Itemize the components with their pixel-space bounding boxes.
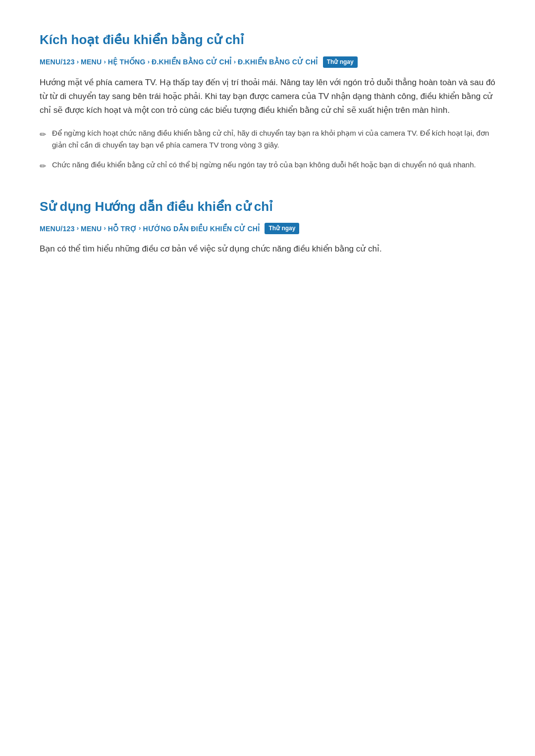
section-1-title: Kích hoạt điều khiển bằng cử chỉ bbox=[40, 30, 495, 50]
section-1: Kích hoạt điều khiển bằng cử chỉ MENU/12… bbox=[40, 30, 495, 173]
breadcrumb-sep-2: › bbox=[148, 57, 150, 67]
breadcrumb-2: MENU/123 › MENU › Hỗ trợ › Hướng dẫn điề… bbox=[40, 223, 495, 234]
breadcrumb2-sep-0: › bbox=[77, 223, 79, 234]
breadcrumb-item-2: Hệ thống bbox=[108, 56, 146, 67]
breadcrumb-sep-0: › bbox=[77, 57, 79, 67]
breadcrumb-item-4: Đ.khiển bằng cử chỉ bbox=[238, 56, 318, 67]
bullet-text-2: Chức năng điều khiển bằng cử chỉ có thể … bbox=[52, 159, 476, 171]
try-now-badge-1[interactable]: Thử ngay bbox=[323, 56, 358, 68]
breadcrumb-sep-1: › bbox=[104, 57, 106, 67]
pencil-icon-2: ✏ bbox=[40, 160, 46, 173]
breadcrumb-item-3: Đ.khiển bằng cử chỉ bbox=[152, 56, 232, 67]
breadcrumb-item-0: MENU/123 bbox=[40, 56, 75, 67]
bullet-item-1: ✏ Để ngừng kích hoạt chức năng điều khiể… bbox=[40, 127, 495, 151]
section-2: Sử dụng Hướng dẫn điều khiển cử chỉ MENU… bbox=[40, 197, 495, 256]
breadcrumb-1: MENU/123 › MENU › Hệ thống › Đ.khiển bằn… bbox=[40, 56, 495, 68]
breadcrumb-sep-3: › bbox=[234, 57, 236, 67]
breadcrumb2-item-2: Hỗ trợ bbox=[108, 223, 137, 234]
section-1-bullets: ✏ Để ngừng kích hoạt chức năng điều khiể… bbox=[40, 127, 495, 173]
section-1-body: Hướng mặt về phía camera TV. Hạ thấp tay… bbox=[40, 76, 495, 117]
breadcrumb2-item-3: Hướng dẫn điều khiển cử chỉ bbox=[143, 223, 260, 234]
section-2-title: Sử dụng Hướng dẫn điều khiển cử chỉ bbox=[40, 197, 495, 217]
section-2-body: Bạn có thể tìm hiểu những điều cơ bản về… bbox=[40, 242, 495, 256]
bullet-text-1: Để ngừng kích hoạt chức năng điều khiển … bbox=[52, 127, 495, 151]
try-now-badge-2[interactable]: Thử ngay bbox=[265, 223, 299, 234]
bullet-item-2: ✏ Chức năng điều khiển bằng cử chỉ có th… bbox=[40, 159, 495, 173]
breadcrumb2-item-1: MENU bbox=[81, 223, 102, 234]
breadcrumb-item-1: MENU bbox=[81, 56, 102, 67]
pencil-icon-1: ✏ bbox=[40, 128, 46, 141]
breadcrumb2-sep-2: › bbox=[139, 223, 141, 234]
breadcrumb2-item-0: MENU/123 bbox=[40, 223, 75, 234]
breadcrumb2-sep-1: › bbox=[104, 223, 106, 234]
